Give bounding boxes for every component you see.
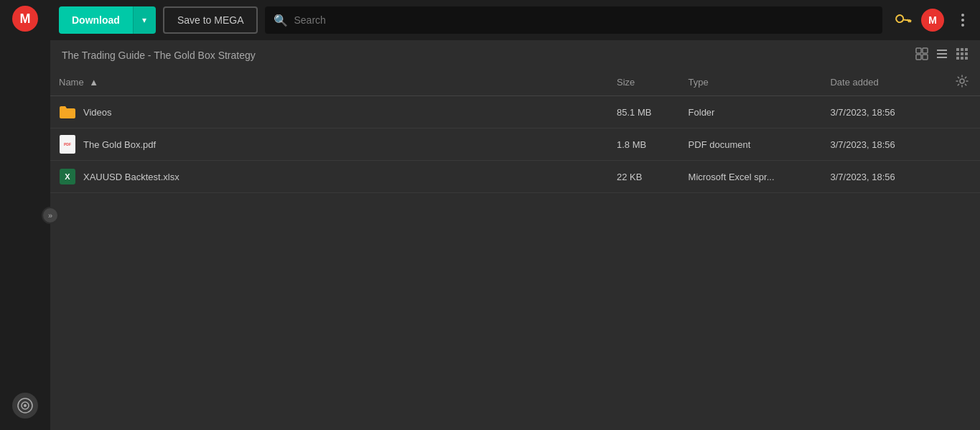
file-date-cell: 3/7/2023, 18:56 <box>821 128 934 161</box>
main-content: Download ▾ Save to MEGA 🔍 M <box>50 0 980 430</box>
svg-rect-17 <box>956 52 959 55</box>
svg-rect-15 <box>961 48 963 51</box>
table-row[interactable]: PDF The Gold Box.pdf 1.8 MB PDF document… <box>50 128 980 161</box>
file-type-cell: PDF document <box>680 128 822 161</box>
dot2 <box>961 19 964 22</box>
search-bar: 🔍 <box>265 6 882 34</box>
search-icon: 🔍 <box>274 14 288 27</box>
svg-rect-8 <box>923 48 928 53</box>
column-date-added[interactable]: Date added <box>821 69 934 96</box>
folder-icon <box>59 103 76 121</box>
file-options-cell <box>935 161 980 193</box>
caret-icon: ▾ <box>142 15 146 25</box>
svg-rect-10 <box>923 55 928 60</box>
svg-rect-19 <box>965 52 968 55</box>
svg-point-23 <box>960 79 964 83</box>
excel-icon: X <box>59 168 76 185</box>
svg-rect-18 <box>961 52 963 55</box>
svg-rect-14 <box>956 48 959 51</box>
sidebar: M » <box>0 0 50 430</box>
column-settings[interactable] <box>935 69 980 96</box>
svg-rect-16 <box>965 48 968 51</box>
file-options-cell <box>935 128 980 161</box>
sidebar-collapse-button[interactable]: » <box>42 207 59 224</box>
save-to-mega-button[interactable]: Save to MEGA <box>163 6 258 34</box>
svg-rect-9 <box>916 55 921 60</box>
search-input[interactable] <box>294 14 874 26</box>
file-name-cell: Videos <box>50 96 608 128</box>
dot3 <box>961 24 964 27</box>
file-table: Name ▲ Size Type Date added <box>50 69 980 193</box>
svg-point-3 <box>895 14 905 24</box>
file-name-label: The Gold Box.pdf <box>83 139 156 150</box>
svg-rect-21 <box>961 57 963 60</box>
transfer-manager-icon[interactable] <box>12 393 38 419</box>
key-icon[interactable] <box>892 8 915 32</box>
thumbnail-view-icon[interactable] <box>915 47 928 63</box>
sort-arrow-icon: ▲ <box>89 77 98 88</box>
svg-rect-22 <box>965 57 968 60</box>
file-name-label: XAUUSD Backtest.xlsx <box>83 172 179 182</box>
grid-view-icon[interactable] <box>956 47 969 63</box>
content-area: The Trading Guide - The Gold Box Strateg… <box>50 40 980 430</box>
file-name-label: Videos <box>83 107 112 118</box>
svg-point-2 <box>24 404 27 407</box>
column-type[interactable]: Type <box>680 69 822 96</box>
file-size-cell: 85.1 MB <box>608 96 680 128</box>
pdf-icon: PDF <box>59 136 76 153</box>
file-type-cell: Folder <box>680 96 822 128</box>
svg-rect-20 <box>956 57 959 60</box>
download-caret-button[interactable]: ▾ <box>133 6 156 34</box>
svg-rect-7 <box>916 48 921 53</box>
dot1 <box>961 14 964 17</box>
list-view-icon[interactable] <box>935 47 948 63</box>
view-controls <box>915 47 969 63</box>
mega-logo[interactable]: M <box>12 6 38 32</box>
breadcrumb: The Trading Guide - The Gold Box Strateg… <box>62 50 256 61</box>
file-size-cell: 1.8 MB <box>608 128 680 161</box>
file-date-cell: 3/7/2023, 18:56 <box>821 96 934 128</box>
topbar: Download ▾ Save to MEGA 🔍 M <box>50 0 980 40</box>
column-name[interactable]: Name ▲ <box>50 69 608 96</box>
download-button-group: Download ▾ <box>59 6 156 34</box>
file-date-cell: 3/7/2023, 18:56 <box>821 161 934 193</box>
file-options-cell <box>935 96 980 128</box>
file-name-cell: PDF The Gold Box.pdf <box>50 128 608 161</box>
download-button[interactable]: Download <box>59 6 133 34</box>
table-row[interactable]: Videos 85.1 MB Folder 3/7/2023, 18:56 <box>50 96 980 128</box>
table-row[interactable]: X XAUUSD Backtest.xlsx 22 KB Microsoft E… <box>50 161 980 193</box>
gear-icon <box>956 75 969 88</box>
file-size-cell: 22 KB <box>608 161 680 193</box>
column-size[interactable]: Size <box>608 69 680 96</box>
file-type-cell: Microsoft Excel spr... <box>680 161 822 193</box>
topbar-right-icons: M <box>895 9 971 32</box>
more-options-button[interactable] <box>954 11 971 29</box>
breadcrumb-bar: The Trading Guide - The Gold Box Strateg… <box>50 40 980 69</box>
user-avatar[interactable]: M <box>921 9 944 32</box>
file-name-cell: X XAUUSD Backtest.xlsx <box>50 161 608 193</box>
